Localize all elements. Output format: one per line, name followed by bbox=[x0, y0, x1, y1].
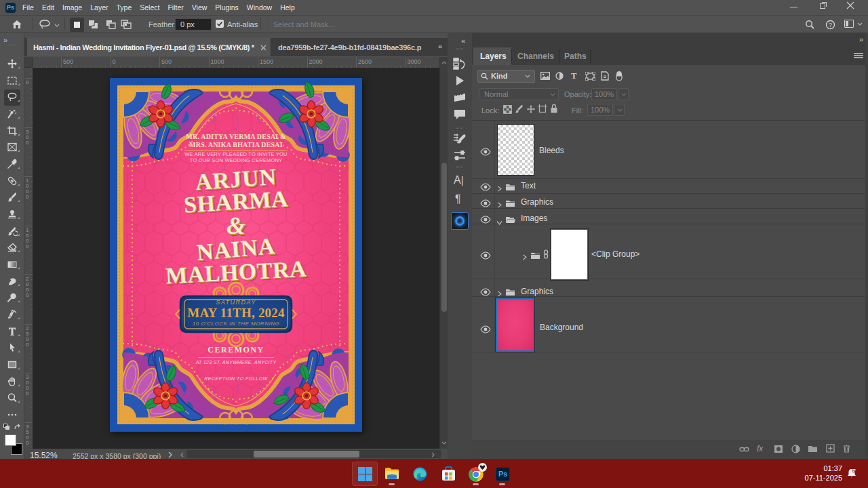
svg-text:?: ? bbox=[829, 22, 832, 28]
